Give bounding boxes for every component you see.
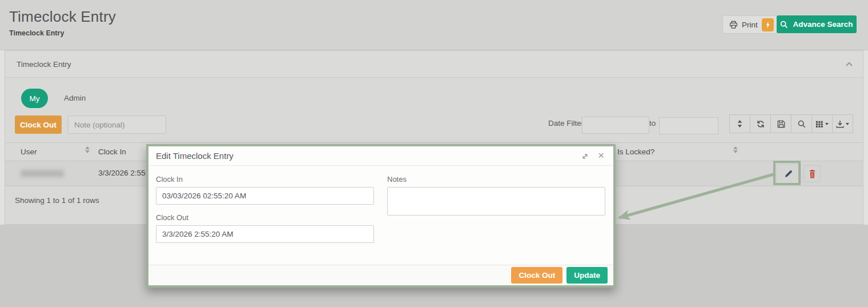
date-filter-to-input[interactable] [659,117,718,134]
sort-icon[interactable] [733,146,738,153]
chevron-down-icon [825,123,829,125]
trash-icon [809,170,816,178]
sort-toggle-icon [736,119,744,128]
modal-clock-out-button[interactable]: Clock Out [511,267,562,284]
notes-label: Notes [387,175,407,184]
breadcrumb: Timeclock Entry [9,29,64,37]
clock-out-button[interactable]: Clock Out [15,115,62,134]
column-header-is-locked[interactable]: Is Locked? [617,147,654,156]
date-filter-label: Date Filter [548,119,584,127]
print-button[interactable]: Print [722,15,777,34]
close-icon: × [598,149,604,161]
panel-header: Timeclock Entry [5,51,863,78]
export-icon [836,120,844,128]
edit-row-button[interactable] [776,164,801,184]
expand-icon [581,153,589,160]
page-title: Timeclock Entry [9,8,116,26]
modal-update-button[interactable]: Update [566,267,608,284]
tab-my[interactable]: My [21,89,48,108]
modal-header: Edit Timeclock Entry × [148,146,613,166]
columns-button[interactable] [811,114,833,133]
pagination-summary: Showing 1 to 1 of 1 rows [15,196,99,205]
delete-row-button[interactable] [803,165,821,182]
toggle-pagination-button[interactable] [729,114,750,133]
print-button-label: Print [742,21,758,29]
panel-title: Timeclock Entry [17,60,71,69]
page-header: Timeclock Entry Timeclock Entry Print Ad… [0,0,868,50]
clock-in-input[interactable] [156,187,374,205]
save-button[interactable] [770,114,791,133]
advance-search-button[interactable]: Advance Search [777,15,857,33]
columns-icon [815,120,823,128]
modal-expand-button[interactable] [581,152,589,160]
advance-search-label: Advance Search [793,20,853,29]
clock-out-input[interactable] [156,225,374,243]
panel-collapse-button[interactable] [845,59,855,70]
chevron-down-icon [846,123,849,125]
tab-admin[interactable]: Admin [64,94,86,102]
clock-in-label: Clock In [156,175,183,184]
modal-title: Edit Timeclock Entry [156,151,234,161]
refresh-button[interactable] [750,114,771,133]
refresh-icon [757,120,765,128]
export-button[interactable] [832,114,853,133]
search-icon [780,21,788,29]
note-input[interactable] [68,115,166,134]
save-icon [777,120,785,128]
printer-icon [729,21,738,29]
print-badge[interactable] [762,18,774,31]
clock-out-label: Clock Out [156,213,188,222]
search-icon [798,120,806,128]
notes-textarea[interactable] [387,187,605,216]
lightning-icon [765,21,770,29]
edit-pencil-icon [784,169,793,178]
redacted-user-cell [21,170,64,177]
search-button[interactable] [791,114,812,133]
edit-timeclock-modal: Edit Timeclock Entry × Clock In Notes Cl… [146,144,616,288]
date-filter-from-input[interactable] [582,117,649,134]
modal-footer: Clock Out Update [148,265,613,285]
table-toolbar [730,114,853,133]
sort-icon[interactable] [85,146,90,153]
column-header-user[interactable]: User [21,147,37,156]
column-header-clock-in[interactable]: Clock In [98,147,126,156]
chevron-up-icon [845,60,855,69]
modal-close-button[interactable]: × [598,148,604,164]
date-filter-to-label: to [649,119,656,127]
